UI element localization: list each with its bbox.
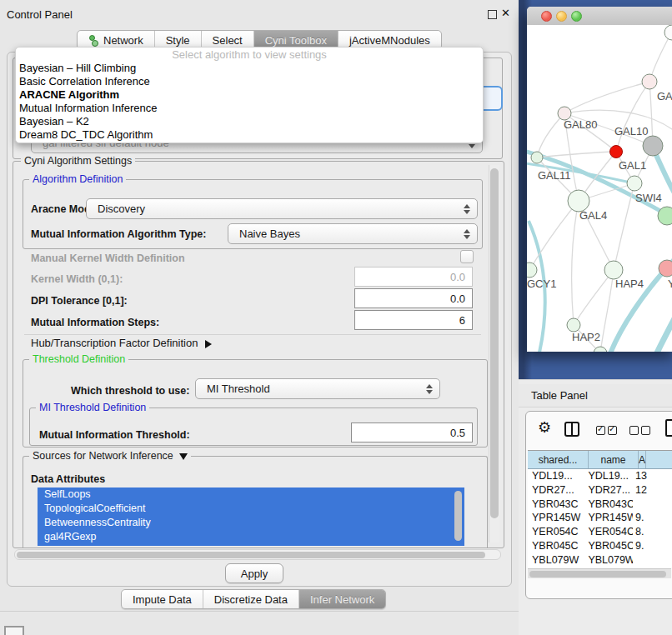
table-row[interactable]: YDR27... YDR27... 12	[528, 483, 672, 498]
table-column-header[interactable]: shared...	[528, 451, 589, 468]
which-threshold-value: MI Threshold	[207, 382, 270, 395]
combo-arrows-icon	[464, 229, 470, 239]
table-hscroll-thumb[interactable]	[529, 571, 666, 578]
cyni-algorithm-settings-title: Cyni Algorithm Settings	[21, 155, 135, 167]
gear-icon[interactable]: ⚙	[538, 420, 551, 435]
settings-hscroll-thumb[interactable]	[17, 552, 485, 558]
mi-threshold-field[interactable]: 0.5	[351, 422, 473, 442]
dropdown-item[interactable]: Basic Correlation Inference	[16, 75, 483, 88]
mi-steps-value: 6	[459, 314, 465, 327]
attribute-item[interactable]: BetweennessCentrality	[38, 516, 464, 530]
network-node[interactable]	[642, 74, 657, 89]
close-panel-icon[interactable]	[501, 8, 510, 19]
mi-steps-label: Mutual Information Steps:	[31, 317, 159, 328]
cell-value	[633, 498, 672, 512]
network-node[interactable]	[664, 25, 672, 40]
float-panel-icon[interactable]	[488, 10, 497, 19]
apply-button[interactable]: Apply	[225, 563, 283, 583]
divider	[24, 334, 481, 335]
cell-shared-name: YDR27...	[528, 483, 581, 498]
table-column-header[interactable]: A	[639, 451, 646, 468]
network-node[interactable]	[610, 146, 623, 158]
dropdown-item[interactable]: Mutual Information Inference	[16, 102, 483, 115]
table-row[interactable]: YER054C YER054C 8.	[528, 525, 672, 539]
sources-title-label: Sources for Network Inference	[33, 450, 173, 462]
network-view[interactable]: GALGAL80GAL10GAL1GAL11GAL4SWI4GCY1HAP4YH…	[527, 25, 672, 352]
table-row[interactable]: YPR145W YPR145W 9.	[528, 511, 672, 525]
network-node[interactable]	[594, 347, 607, 352]
which-threshold-select[interactable]: MI Threshold	[195, 378, 440, 399]
kernel-width-field[interactable]: 0.0	[354, 267, 473, 287]
hide-columns-icon[interactable]	[629, 423, 653, 436]
network-node-label: HAP2	[572, 331, 600, 343]
settings-vscroll-thumb[interactable]	[490, 168, 499, 518]
tab-label: Discretize Data	[214, 593, 288, 606]
attribute-item[interactable]: gal4RGexp	[38, 530, 464, 544]
settings-vertical-scrollbar[interactable]	[489, 165, 499, 542]
settings-horizontal-scrollbar[interactable]	[14, 549, 501, 560]
zoom-window-icon[interactable]	[571, 11, 582, 22]
table-header-row: shared... name A	[528, 451, 672, 469]
bottom-tab[interactable]: Discretize Data	[203, 590, 299, 608]
dropdown-item[interactable]: Bayesian – Hill Climbing	[16, 62, 483, 75]
mi-threshold-label: Mutual Information Threshold:	[39, 429, 190, 441]
hub-definition-toggle[interactable]: Hub/Transcription Factor Definition	[31, 337, 212, 349]
table-body: YDL19... YDL19... 13 YDR27... YDR27... 1…	[528, 469, 672, 568]
table-panel-titlebar: Table Panel	[519, 384, 672, 408]
network-node[interactable]	[659, 260, 672, 277]
mi-steps-field[interactable]: 6	[354, 310, 473, 330]
table-column-header[interactable]: name	[589, 451, 639, 468]
dropdown-item[interactable]: ARACNE Algorithm	[16, 88, 483, 102]
minimized-panel-icon[interactable]	[4, 626, 24, 635]
columns-icon[interactable]	[564, 422, 579, 437]
mi-type-value: Naive Bayes	[239, 228, 300, 240]
network-node-label: HAP4	[615, 278, 644, 290]
tab-label: Select	[213, 34, 243, 47]
attribute-item[interactable]: SelfLoops	[38, 488, 464, 502]
panel-title: Control Panel	[7, 8, 73, 21]
bottom-tab[interactable]: Infer Network	[299, 590, 385, 608]
table-row[interactable]: YBL079W YBL079W	[528, 553, 672, 568]
network-node[interactable]	[604, 261, 623, 279]
table-row[interactable]: YDL19... YDL19... 13	[528, 469, 672, 483]
data-attributes-list[interactable]: SelfLoops TopologicalCoefficient Between…	[38, 488, 464, 546]
mi-type-select[interactable]: Naive Bayes	[228, 223, 478, 244]
cell-shared-name: YBL079W	[528, 553, 581, 568]
network-node[interactable]	[643, 136, 663, 156]
dropdown-item[interactable]: Bayesian – K2	[16, 115, 483, 128]
table-row[interactable]: YBR045C YBR045C 9.	[528, 539, 672, 553]
bottom-tab[interactable]: Impute Data	[122, 590, 203, 608]
tab-label: Network	[103, 34, 143, 47]
network-node[interactable]	[527, 262, 537, 278]
minimize-window-icon[interactable]	[556, 11, 567, 22]
sources-title[interactable]: Sources for Network Inference	[29, 450, 191, 462]
show-columns-icon[interactable]	[596, 423, 619, 436]
cell-name: YER054C	[581, 525, 633, 539]
aracne-mode-select[interactable]: Discovery	[86, 198, 478, 219]
network-window-titlebar[interactable]	[527, 7, 672, 26]
network-node[interactable]	[658, 207, 672, 225]
table-horizontal-scrollbar[interactable]	[528, 568, 671, 578]
network-window[interactable]: GALGAL80GAL10GAL1GAL11GAL4SWI4GCY1HAP4YH…	[527, 7, 672, 352]
attribute-item[interactable]: TopologicalCoefficient	[38, 502, 464, 516]
collapsed-arrow-icon	[205, 340, 212, 348]
cell-name: YBR045C	[581, 539, 633, 553]
cell-shared-name: YBR045C	[528, 539, 581, 553]
table-row[interactable]: YBR043C YBR043C	[528, 498, 672, 512]
dropdown-item[interactable]: Dream8 DC_TDC Algorithm	[16, 128, 483, 142]
dpi-tolerance-label: DPI Tolerance [0,1]:	[31, 295, 128, 307]
network-graph	[527, 25, 672, 352]
kernel-width-label: Kernel Width (0,1):	[31, 273, 123, 285]
export-table-icon[interactable]	[665, 419, 672, 437]
checked-box-icon	[608, 426, 617, 435]
dpi-tolerance-field[interactable]: 0.0	[354, 288, 473, 308]
network-node[interactable]	[531, 152, 543, 163]
attribute-list-vscroll-thumb[interactable]	[454, 491, 462, 541]
close-window-icon[interactable]	[541, 11, 552, 22]
network-node[interactable]	[627, 176, 642, 191]
network-node[interactable]	[567, 318, 580, 332]
manual-kernel-label: Manual Kernel Width Definition	[31, 252, 185, 264]
manual-kernel-checkbox[interactable]	[460, 250, 474, 263]
apply-button-label: Apply	[241, 568, 268, 580]
screen: Control Panel Network Style Select Cyni …	[0, 0, 672, 635]
